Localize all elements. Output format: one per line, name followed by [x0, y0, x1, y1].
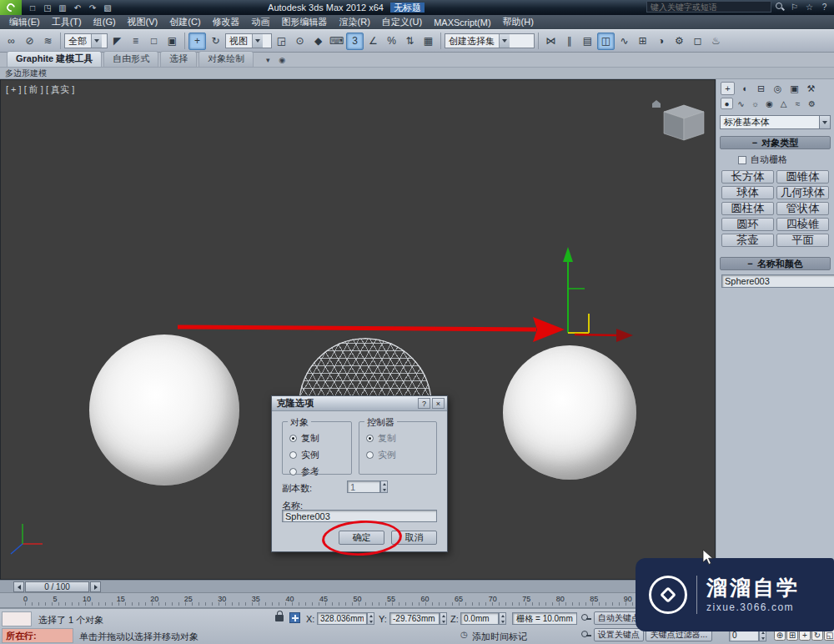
layer-manager-icon[interactable]: ▤ — [579, 33, 596, 50]
maxscript-mini-listener[interactable] — [2, 611, 32, 626]
primitive-button[interactable]: 几何球体 — [776, 186, 829, 199]
copies-field[interactable]: 1 — [347, 480, 380, 493]
window-crossing-icon[interactable]: ▣ — [163, 33, 181, 50]
autogrid-checkbox[interactable]: 自动栅格 — [738, 153, 834, 166]
z-coordinate-field[interactable] — [460, 612, 499, 625]
set-key-icon[interactable] — [581, 630, 591, 640]
utilities-tab-icon[interactable]: ⚒ — [804, 82, 818, 95]
dialog-title-bar[interactable]: 克隆选项 ? × — [272, 396, 447, 411]
hierarchy-tab-icon[interactable]: ⊟ — [754, 82, 768, 95]
menu-item[interactable]: 工具(T) — [46, 15, 88, 29]
modify-tab-icon[interactable]: ◖ — [737, 82, 751, 95]
menu-item[interactable]: 视图(V) — [122, 15, 164, 29]
dropdown-arrow-icon[interactable] — [91, 34, 102, 48]
search-icon[interactable] — [775, 2, 785, 12]
primitive-button[interactable]: 球体 — [721, 186, 774, 199]
z-spinner[interactable] — [499, 612, 506, 625]
primitive-button[interactable]: 管状体 — [776, 202, 829, 215]
snaps-toggle-icon[interactable]: 3 — [346, 33, 364, 50]
clone-name-input[interactable] — [282, 510, 437, 522]
create-tab-icon[interactable]: + — [721, 82, 735, 95]
favorites-star-icon[interactable]: ☆ — [803, 1, 816, 13]
previous-frame-arrow[interactable] — [13, 581, 24, 592]
menu-item[interactable]: 帮助(H) — [497, 15, 540, 29]
select-by-name-icon[interactable]: ≡ — [127, 33, 144, 50]
application-menu-button[interactable] — [0, 0, 22, 15]
time-slider[interactable]: 0 / 100 — [0, 580, 716, 592]
angle-snap-icon[interactable]: ∠ — [364, 33, 382, 50]
cameras-icon[interactable]: ◉ — [763, 98, 776, 109]
redo-icon[interactable]: ↷ — [86, 2, 99, 13]
spinner-snap-icon[interactable]: ⇅ — [401, 33, 419, 50]
primitive-button[interactable]: 长方体 — [721, 170, 774, 184]
communication-center-icon[interactable]: ⚐ — [788, 1, 801, 13]
rendered-frame-icon[interactable]: ◻ — [689, 33, 706, 50]
selection-filter-dropdown[interactable]: 全部 — [64, 33, 108, 48]
align-icon[interactable]: ∥ — [560, 33, 578, 50]
dropdown-arrow-icon[interactable] — [252, 34, 263, 48]
x-spinner[interactable] — [367, 612, 374, 625]
mirror-icon[interactable]: ⋈ — [542, 33, 560, 50]
menu-item[interactable]: 动画 — [246, 15, 276, 29]
lights-icon[interactable]: ☼ — [749, 98, 761, 109]
motion-tab-icon[interactable]: ◎ — [771, 82, 785, 95]
controller-radio-option[interactable]: 复制 — [366, 432, 430, 445]
primitive-button[interactable]: 圆柱体 — [721, 202, 774, 215]
space-warps-icon[interactable]: ≈ — [791, 98, 804, 109]
set-key-button[interactable]: 设置关键点 — [594, 628, 644, 641]
select-and-move-icon[interactable]: + — [188, 33, 206, 50]
name-color-rollout[interactable]: − 名称和颜色 — [720, 257, 831, 270]
display-tab-icon[interactable]: ▣ — [787, 82, 801, 95]
select-and-rotate-icon[interactable]: ↻ — [207, 33, 224, 50]
menu-item[interactable]: 组(G) — [88, 15, 122, 29]
help-icon[interactable]: ? — [818, 1, 831, 13]
ribbon-tab[interactable]: 自由形式 — [103, 51, 158, 67]
undo-icon[interactable]: ↶ — [71, 2, 84, 13]
select-object-icon[interactable]: ◤ — [108, 33, 126, 50]
sphere-object-selected[interactable] — [503, 345, 636, 480]
select-and-manipulate-icon[interactable]: ◆ — [309, 33, 327, 50]
primitive-button[interactable]: 圆锥体 — [776, 170, 829, 184]
controller-radio-option[interactable]: 实例 — [366, 449, 430, 461]
maxscript-listener-label[interactable]: 所在行: — [2, 628, 73, 643]
track-bar[interactable]: 0510152025303540455055606570758085909510… — [0, 592, 716, 608]
primitive-button[interactable]: 四棱锥 — [776, 218, 829, 231]
systems-icon[interactable]: ⚙ — [806, 98, 818, 109]
new-scene-icon[interactable]: □ — [26, 2, 39, 13]
cancel-button[interactable]: 取消 — [391, 531, 437, 545]
key-mode-icon[interactable] — [581, 613, 591, 623]
object-radio-option[interactable]: 参考 — [289, 465, 344, 478]
ok-button[interactable]: 确定 — [339, 531, 384, 545]
material-editor-icon[interactable]: ◑ — [652, 33, 670, 50]
ribbon-collapse-icon[interactable]: ▾ — [262, 54, 274, 65]
rectangular-region-icon[interactable]: □ — [145, 33, 163, 50]
ribbon-tab[interactable]: Graphite 建模工具 — [7, 51, 102, 67]
y-coordinate-field[interactable] — [389, 612, 440, 625]
render-setup-icon[interactable]: ⚙ — [671, 33, 688, 50]
object-type-rollout[interactable]: − 对象类型 — [720, 136, 831, 149]
named-selection-dropdown[interactable]: 创建选择集 — [445, 33, 535, 48]
helpers-icon[interactable]: △ — [777, 98, 790, 109]
project-folder-icon[interactable]: ▧ — [101, 2, 114, 13]
primitive-button[interactable]: 圆环 — [721, 218, 774, 231]
menu-item[interactable]: 渲染(R) — [334, 15, 376, 29]
keyboard-override-icon[interactable]: ⌨ — [328, 33, 345, 50]
shapes-icon[interactable]: ∿ — [735, 98, 747, 109]
menu-item[interactable]: 编辑(E) — [3, 15, 46, 29]
viewport-label[interactable]: [ + ] [ 前 ] [ 真实 ] — [6, 83, 74, 96]
menu-item[interactable]: 图形编辑器 — [276, 15, 334, 29]
select-and-link-icon[interactable]: ∞ — [3, 33, 20, 50]
next-frame-arrow[interactable] — [90, 581, 101, 592]
copies-spinner[interactable] — [380, 480, 388, 493]
percent-snap-icon[interactable]: % — [383, 33, 400, 50]
x-coordinate-field[interactable] — [317, 612, 367, 625]
primitive-button[interactable]: 平面 — [776, 234, 829, 247]
ribbon-tab[interactable]: 对象绘制 — [198, 51, 254, 67]
primitive-category-dropdown[interactable]: 标准基本体 — [720, 115, 831, 129]
ribbon-options-icon[interactable]: ◉ — [276, 54, 288, 65]
primitive-button[interactable]: 茶壶 — [721, 234, 774, 247]
ribbon-tab[interactable]: 选择 — [160, 51, 197, 67]
object-radio-option[interactable]: 复制 — [289, 432, 344, 445]
absolute-mode-icon[interactable] — [289, 612, 300, 623]
dialog-close-button[interactable]: × — [432, 398, 445, 409]
